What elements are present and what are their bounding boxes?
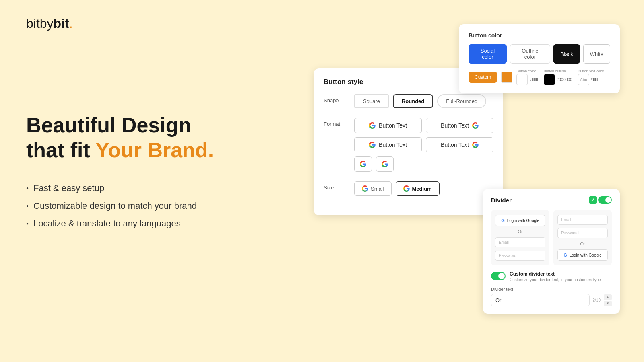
- custom-color-row: Custom Button color #ffffff Button outli…: [469, 69, 610, 85]
- preview-or-right: Or: [557, 241, 608, 246]
- google-icon-1: [369, 122, 376, 129]
- button-outline-label: Button outline: [544, 69, 572, 73]
- arrow-up-button[interactable]: ▲: [604, 294, 612, 300]
- divider-text-input[interactable]: [491, 294, 590, 306]
- format-grid: Button Text Button Text: [354, 118, 493, 152]
- format-options: Button Text Button Text: [354, 118, 493, 172]
- preview-google-btn-right: G Login with Google: [557, 249, 608, 261]
- google-icon-3: [369, 142, 376, 148]
- button-text-color-swatch: Abc: [578, 74, 589, 85]
- custom-divider-text-block: Custom divider text Customize your divid…: [510, 271, 601, 282]
- color-custom-button[interactable]: Custom: [469, 72, 497, 83]
- logo-bit: bit: [26, 16, 40, 31]
- divider-card-header: Divider: [491, 196, 612, 204]
- preview-google-text-left: Login with Google: [507, 218, 539, 223]
- google-mini-icon-left: G: [501, 218, 505, 223]
- format-button-4[interactable]: Button Text: [426, 137, 493, 152]
- button-outline-info: Button outline #000000: [544, 69, 572, 85]
- headline-line1: Beautiful Design: [26, 113, 191, 137]
- shape-label: Shape: [324, 94, 348, 103]
- hero-section: Beautiful Design that fit Your Brand. Fa…: [26, 113, 308, 236]
- format-button-1-text: Button Text: [379, 122, 407, 129]
- button-color-label: Button color: [516, 69, 538, 73]
- color-outline-button[interactable]: Outline color: [510, 44, 550, 64]
- button-color-info: Button color #ffffff: [516, 69, 538, 85]
- preview-or-left: Or: [495, 229, 545, 234]
- format-button-2[interactable]: Button Text: [426, 118, 493, 133]
- shape-button-group: Square Rounded Full-Rounded: [354, 94, 486, 108]
- size-section: Size Small: [324, 181, 493, 196]
- color-button-group: Social color Outline color Black White: [469, 44, 610, 64]
- format-label: Format: [324, 118, 348, 127]
- color-info-row: Button color #ffffff Button outline #000…: [516, 69, 604, 85]
- logo-dot: .: [69, 16, 73, 31]
- headline-brand: Your Brand.: [95, 138, 214, 162]
- custom-divider-text-desc: Customize your divider text, fit your cu…: [510, 278, 601, 282]
- size-medium-button[interactable]: Medium: [396, 181, 440, 196]
- size-label: Size: [324, 181, 348, 191]
- divider-toggle-track: [598, 196, 612, 204]
- feature-item-1: Fast & easy setup: [26, 183, 308, 193]
- button-text-color-info: Button text color Abc #ffffff: [578, 69, 604, 85]
- button-text-color-value: #ffffff: [591, 78, 599, 82]
- preview-password-right: Password: [557, 228, 608, 238]
- hero-divider: [26, 173, 300, 173]
- google-icon-6: [382, 161, 388, 167]
- format-icon-only-2[interactable]: [376, 156, 394, 172]
- shape-square-button[interactable]: Square: [354, 94, 389, 108]
- divider-card-title: Divider: [491, 197, 512, 204]
- preview-google-btn-left: G Login with Google: [495, 215, 545, 226]
- feature-item-3: Localize & translate to any languages: [26, 218, 308, 229]
- button-outline-value: #000000: [557, 78, 572, 82]
- divider-text-label: Divider text: [491, 287, 612, 292]
- divider-text-input-row: 2/10 ▲ ▼: [491, 294, 612, 306]
- preview-panel-left: G Login with Google Or Email Password: [491, 210, 549, 265]
- color-social-button[interactable]: Social color: [469, 44, 507, 64]
- format-section: Format Button Text Button Text: [324, 118, 493, 172]
- divider-text-section: Divider text 2/10 ▲ ▼: [491, 287, 612, 306]
- shape-full-rounded-button[interactable]: Full-Rounded: [437, 94, 486, 108]
- feature-list: Fast & easy setup Customizable design to…: [26, 183, 308, 229]
- preview-panel-right: Email Password Or G Login with Google: [553, 210, 612, 265]
- format-icon-only-row: [354, 156, 493, 172]
- google-icon-5: [360, 161, 366, 167]
- headline-line2: that fit: [26, 138, 95, 162]
- logo: bitbybit.: [26, 16, 73, 31]
- shape-section: Shape Square Rounded Full-Rounded: [324, 94, 493, 108]
- custom-divider-row: Custom divider text Customize your divid…: [491, 271, 612, 282]
- preview-password-left: Password: [495, 251, 545, 261]
- custom-divider-toggle[interactable]: [491, 272, 506, 280]
- google-icon-medium: [403, 185, 410, 192]
- logo-bit2: bit: [54, 16, 69, 31]
- format-button-4-text: Button Text: [441, 142, 469, 148]
- button-text-color-label: Button text color: [578, 69, 604, 73]
- button-color-value: #ffffff: [529, 78, 538, 82]
- color-black-button[interactable]: Black: [553, 44, 580, 64]
- format-icon-only-1[interactable]: [354, 156, 372, 172]
- color-swatch-orange: [501, 72, 512, 83]
- divider-preview-panels: G Login with Google Or Email Password Em…: [491, 210, 612, 265]
- logo-by: by: [40, 16, 54, 31]
- google-mini-icon-right: G: [564, 253, 567, 257]
- arrow-down-button[interactable]: ▼: [604, 301, 612, 306]
- preview-google-text-right: Login with Google: [570, 253, 602, 257]
- preview-email-left: Email: [495, 237, 545, 247]
- shape-rounded-button[interactable]: Rounded: [393, 94, 433, 108]
- headline: Beautiful Design that fit Your Brand.: [26, 113, 308, 163]
- size-small-button[interactable]: Small: [354, 181, 392, 196]
- button-color-card-title: Button color: [469, 32, 610, 39]
- divider-toggle-checkbox: [589, 196, 597, 204]
- size-button-group: Small Medium: [354, 181, 440, 196]
- size-small-label: Small: [371, 186, 384, 192]
- color-white-button[interactable]: White: [583, 44, 610, 64]
- format-button-1[interactable]: Button Text: [354, 118, 422, 133]
- size-medium-label: Medium: [412, 186, 432, 192]
- divider-toggle-switch[interactable]: [589, 196, 612, 204]
- google-icon-2: [472, 122, 479, 129]
- format-button-2-text: Button Text: [441, 122, 469, 129]
- format-button-3[interactable]: Button Text: [354, 137, 422, 152]
- button-color-swatch-white: [516, 74, 528, 85]
- google-icon-small: [362, 185, 368, 192]
- button-outline-swatch-black: [544, 74, 555, 85]
- divider-arrows: ▲ ▼: [604, 294, 612, 306]
